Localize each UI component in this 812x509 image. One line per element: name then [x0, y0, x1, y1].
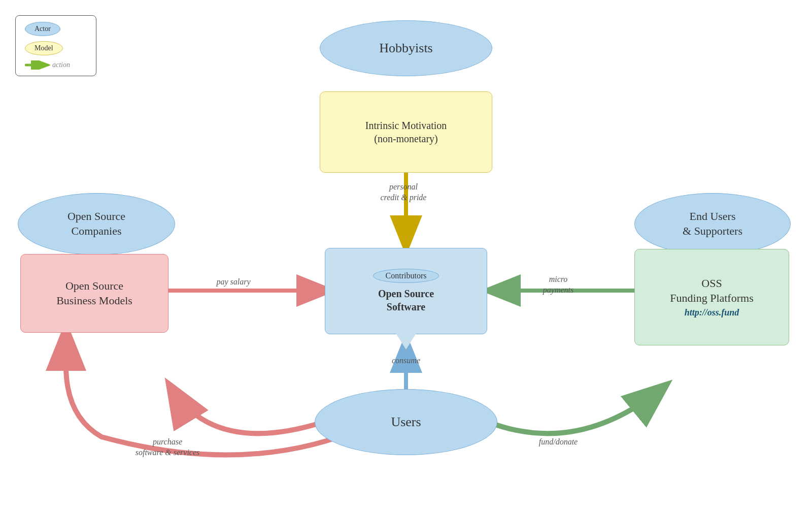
label-micro-payments: micropayments — [507, 274, 609, 296]
legend-action: action — [25, 60, 87, 70]
oss-funding-node: OSSFunding Platforms http://oss.fund — [634, 249, 789, 345]
diagram: Actor Model action — [0, 0, 812, 509]
open-source-companies-node: Open SourceCompanies — [18, 193, 175, 255]
legend-action-label: action — [52, 61, 70, 69]
legend-model: Model — [25, 41, 87, 55]
legend-actor-shape: Actor — [25, 22, 60, 36]
hobbyists-node: Hobbyists — [320, 20, 492, 76]
label-pay-salary: pay salary — [188, 277, 279, 288]
contributors-oss-node: Contributors Open SourceSoftware — [325, 248, 487, 349]
legend-actor: Actor — [25, 22, 87, 36]
osbm-node: Open SourceBusiness Models — [20, 254, 168, 333]
arrow-fund-donate — [487, 386, 665, 433]
hobbyists-label: Hobbyists — [379, 40, 432, 57]
users-label: Users — [391, 413, 421, 431]
arrow-purchase-software-2 — [170, 386, 325, 433]
oss-label: Open SourceSoftware — [378, 287, 434, 313]
label-consume: consume — [355, 356, 457, 366]
osbm-label: Open SourceBusiness Models — [56, 279, 132, 308]
arrow-purchase-software — [66, 330, 365, 455]
oss-funding-url: http://oss.fund — [685, 307, 739, 318]
end-users-supporters-node: End Users& Supporters — [634, 193, 791, 255]
legend-arrow-icon — [25, 60, 50, 70]
intrinsic-motivation-node: Intrinsic Motivation(non-monetary) — [320, 91, 492, 173]
legend-model-shape: Model — [25, 41, 63, 55]
users-node: Users — [315, 389, 497, 455]
label-fund-donate: fund/donate — [507, 437, 609, 448]
label-purchase-software: purchasesoftware & services — [101, 437, 233, 458]
osc-label: Open SourceCompanies — [67, 209, 125, 238]
intrinsic-motivation-label: Intrinsic Motivation(non-monetary) — [365, 119, 447, 145]
label-personal-credit: personalcredit & pride — [353, 182, 454, 203]
contributors-badge: Contributors — [373, 269, 439, 283]
oss-funding-label: OSSFunding Platforms — [670, 276, 753, 305]
eus-label: End Users& Supporters — [683, 209, 742, 238]
legend: Actor Model action — [15, 15, 96, 76]
